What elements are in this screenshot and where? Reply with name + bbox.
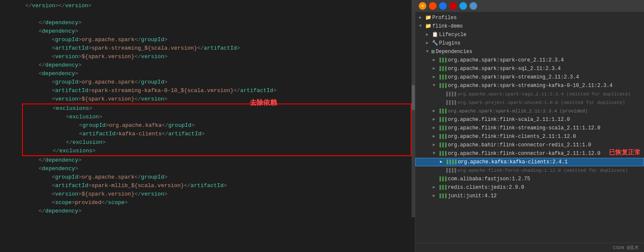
dep-label-junit: junit:junit:4.12 — [448, 192, 497, 200]
dep-bar-icon: ▐▐▐ — [438, 183, 447, 192]
code-area: </version></version> </dependency> <depe… — [0, 0, 415, 217]
expand-arrow: ▶ — [431, 74, 437, 81]
dependency-tree[interactable]: ▶ 📁 Profiles ▼ 📁 flink-demo ▶ 📋 Lifecycl… — [415, 12, 644, 252]
dep-bar-icon: ▐▐▐ — [438, 73, 447, 81]
folder-icon: 📁 — [425, 23, 431, 30]
dep-item-spark-streaming[interactable]: ▶ ▐▐▐ org.apache.spark:spark-streaming_2… — [415, 73, 644, 81]
dep-label-spark-tags: org.apache.spark:spark-tags_2.11:2.3.4 (… — [457, 90, 630, 98]
firefox-icon[interactable] — [429, 2, 437, 10]
dep-label-spark-core: org.apache.spark:spark-core_2.11:2.3.4 — [448, 56, 564, 64]
dep-label-kafka-clients: org.apache.kafka:kafka-clients:2.4.1 — [458, 158, 567, 166]
expand-arrow: ▶ — [431, 193, 437, 199]
code-line: <artifactId>spark-streaming-kafka-0-10_$… — [0, 87, 415, 95]
lifecycle-icon: 📋 — [431, 31, 438, 38]
dep-item-kafka-clients[interactable]: ▶ ▐▐▐▐ org.apache.kafka:kafka-clients:2.… — [415, 158, 644, 166]
dep-bar-icon-omitted: ▐▐▐▐ — [445, 98, 456, 107]
editor-scrollbar[interactable] — [412, 0, 415, 217]
dep-item-unused[interactable]: ▐▐▐▐ org.spark-project.spark:unused:1.0.… — [415, 98, 644, 107]
dep-bar-icon: ▐▐▐ — [438, 149, 447, 158]
editor-panel: </version></version> </dependency> <depe… — [0, 0, 415, 252]
dep-label-flink-streaming: org.apache.flink:flink-streaming-scala_2… — [448, 124, 600, 132]
browser-icon-2[interactable] — [449, 2, 457, 10]
dep-item-flink-kafka[interactable]: ▼ ▐▐▐ org.apache.flink:flink-connector-k… — [415, 149, 644, 158]
annotation-remove: 去除依赖 — [250, 98, 277, 107]
dep-item-flink-demo[interactable]: ▼ 📁 flink-demo — [415, 22, 644, 31]
highlighted-section: <exclusions> <exclusion> <groupId>org.ap… — [22, 104, 412, 156]
svg-point-5 — [461, 4, 465, 8]
code-line: <version>${spark.version}</version> — [0, 190, 415, 199]
svg-point-3 — [441, 4, 445, 8]
no-expand — [437, 99, 444, 106]
dep-label-spark-mllib: org.apache.spark:spark-mllib_2.11:2.3.4 … — [448, 107, 588, 115]
expand-arrow: ▶ — [431, 125, 437, 132]
dep-label-spark-sql: org.apache.spark:spark-sql_2.11:2.3.4 — [448, 64, 561, 73]
dep-label-flink-kafka: org.apache.flink:flink-connector-kafka_2… — [448, 149, 600, 158]
expand-arrow: ▼ — [431, 150, 437, 157]
expand-arrow: ▶ — [431, 133, 437, 140]
code-line: <groupId>org.apache.spark</groupId> — [0, 78, 415, 87]
dep-item-spark-streaming-kafka[interactable]: ▼ ▐▐▐ org.apache.spark:spark-streaming-k… — [415, 81, 644, 90]
dep-item-plugins[interactable]: ▶ 🔧 Plugins — [415, 39, 644, 48]
code-line: <groupId>org.apache.spark</groupId> — [0, 36, 415, 44]
status-bar: CSDN @蓝木 — [415, 243, 644, 252]
toolbar-icons — [415, 0, 644, 12]
dep-label-jedis: redis.clients:jedis:2.9.0 — [448, 183, 524, 192]
code-line: <scope>provided</scope> — [0, 199, 415, 207]
dep-item-force-shading[interactable]: ▐▐▐▐ org.apache.flink:force-shading:1.12… — [415, 166, 644, 175]
dep-bar-icon: ▐▐▐ — [438, 115, 447, 124]
status-text: CSDN @蓝木 — [613, 244, 639, 251]
svg-point-6 — [471, 4, 475, 8]
dep-label-lifecycle: Lifecycle — [439, 31, 467, 39]
highlighted-line: </exclusion> — [23, 138, 411, 147]
dep-item-spark-mllib[interactable]: ▶ ▐▐▐ org.apache.spark:spark-mllib_2.11:… — [415, 107, 644, 115]
dep-item-jedis[interactable]: ▶ ▐▐▐ redis.clients:jedis:2.9.0 — [415, 183, 644, 192]
dep-item-flink-clients[interactable]: ▶ ▐▐▐ org.apache.flink:flink-clients_2.1… — [415, 132, 644, 141]
dep-label-spark-streaming: org.apache.spark:spark-streaming_2.11:2.… — [448, 73, 579, 81]
highlighted-line: <exclusions> — [23, 104, 411, 113]
browser-icon-1[interactable] — [439, 2, 447, 10]
dep-item-spark-tags[interactable]: ▐▐▐▐ org.apache.spark:spark-tags_2.11:2.… — [415, 90, 644, 98]
dep-label-spark-streaming-kafka: org.apache.spark:spark-streaming-kafka-0… — [448, 81, 613, 90]
dep-item-spark-core[interactable]: ▶ ▐▐▐ org.apache.spark:spark-core_2.11:2… — [415, 56, 644, 64]
dep-item-lifecycle[interactable]: ▶ 📋 Lifecycle — [415, 31, 644, 39]
expand-arrow: ▶ — [438, 159, 445, 165]
dep-item-flink-streaming-scala[interactable]: ▶ ▐▐▐ org.apache.flink:flink-streaming-s… — [415, 124, 644, 132]
dep-item-fastjson[interactable]: ▐▐▐ com.alibaba:fastjson:1.2.75 — [415, 175, 644, 183]
expand-arrow: ▶ — [431, 108, 437, 115]
highlighted-line: <groupId>org.apache.kafka</groupId> — [23, 121, 411, 130]
expand-arrow: ▶ — [431, 142, 437, 148]
plugins-icon: 🔧 — [431, 40, 438, 47]
no-expand — [431, 176, 437, 182]
code-line: <artifactId>spark-mllib_${scala.version}… — [0, 182, 415, 190]
no-expand — [437, 167, 444, 174]
code-line: </version></version> — [0, 2, 415, 10]
dep-item-spark-sql[interactable]: ▶ ▐▐▐ org.apache.spark:spark-sql_2.11:2.… — [415, 64, 644, 73]
scrollbar-thumb[interactable] — [412, 85, 415, 110]
dep-bar-icon: ▐▐▐ — [438, 124, 447, 132]
code-line: </dependency> — [0, 19, 415, 27]
dep-item-junit[interactable]: ▶ ▐▐▐ junit:junit:4.12 — [415, 192, 644, 200]
code-line: <dependency> — [0, 165, 415, 173]
dep-grid-icon: ▦ — [431, 48, 434, 56]
expand-arrow: ▶ — [417, 14, 424, 21]
dep-bar-icon: ▐▐▐ — [438, 132, 447, 141]
svg-point-2 — [431, 4, 435, 8]
dep-item-flink-scala[interactable]: ▶ ▐▐▐ org.apache.flink:flink-scala_2.11:… — [415, 115, 644, 124]
dep-bar-icon-omitted: ▐▐▐▐ — [445, 90, 456, 98]
dep-label-unused: org.spark-project.spark:unused:1.0.0 (om… — [457, 98, 625, 107]
code-line: </dependency> — [0, 61, 415, 70]
expand-arrow: ▶ — [431, 57, 437, 64]
dep-item-dependencies[interactable]: ▼ ▦ Dependencies — [415, 48, 644, 56]
highlighted-line: <artifactId>kafka-clients</artifactId> — [23, 130, 411, 138]
browser-icon-3[interactable] — [459, 2, 467, 10]
no-expand — [437, 91, 444, 98]
expand-arrow: ▶ — [431, 65, 437, 72]
dep-item-profiles[interactable]: ▶ 📁 Profiles — [415, 14, 644, 22]
code-line: <artifactId>spark-streaming_${scala.vers… — [0, 44, 415, 53]
dep-label-flink-scala: org.apache.flink:flink-scala_2.11:1.12.0 — [448, 115, 570, 124]
browser-icon-4[interactable] — [470, 2, 477, 10]
dep-bar-icon: ▐▐▐ — [438, 81, 447, 90]
chrome-icon[interactable] — [419, 2, 426, 10]
dep-label-fastjson: com.alibaba:fastjson:1.2.75 — [448, 175, 530, 183]
dep-item-flink-redis[interactable]: ▶ ▐▐▐ org.apache.bahir:flink-connector-r… — [415, 141, 644, 149]
